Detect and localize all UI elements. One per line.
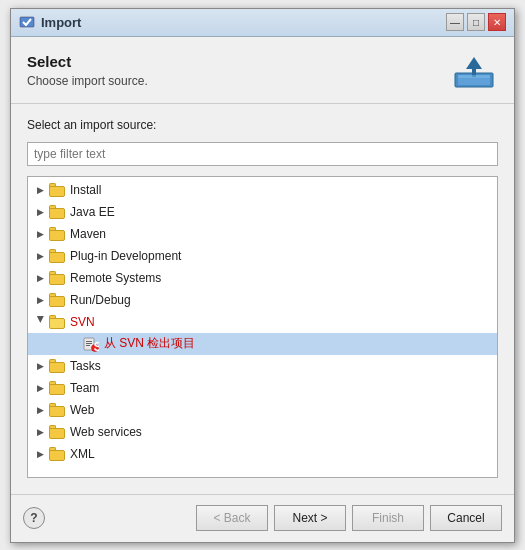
tree-item-label: Web services: [70, 425, 142, 439]
expand-arrow-icon: ▶: [34, 250, 46, 262]
tree-item-label: Java EE: [70, 205, 115, 219]
expand-arrow-icon: ▶: [34, 206, 46, 218]
tree-item-label: Plug-in Development: [70, 249, 181, 263]
svn-checkout-icon: S: [83, 336, 99, 352]
svg-rect-6: [86, 341, 92, 342]
page-title: Select: [27, 53, 148, 70]
tree-item-label: Remote Systems: [70, 271, 161, 285]
folder-open-icon: [49, 315, 65, 329]
folder-icon: [49, 271, 65, 285]
page-subtitle: Choose import source.: [27, 74, 148, 88]
expand-arrow-icon: ▶: [34, 272, 46, 284]
svg-rect-4: [458, 75, 490, 78]
tree-item[interactable]: ▶ Remote Systems: [28, 267, 497, 289]
maximize-button[interactable]: □: [467, 13, 485, 31]
tree-item-label: Maven: [70, 227, 106, 241]
tree-item-label: XML: [70, 447, 95, 461]
expand-arrow-icon: ▶: [34, 360, 46, 372]
folder-icon: [49, 183, 65, 197]
tree-item-svn[interactable]: ▶ SVN: [28, 311, 497, 333]
finish-button[interactable]: Finish: [352, 505, 424, 531]
filter-input[interactable]: [27, 142, 498, 166]
folder-icon: [49, 447, 65, 461]
folder-icon: [49, 205, 65, 219]
title-controls: — □ ✕: [446, 13, 506, 31]
folder-icon: [49, 425, 65, 439]
svg-rect-8: [86, 345, 90, 346]
expand-arrow-icon: ▶: [34, 294, 46, 306]
tree-item[interactable]: ▶ Java EE: [28, 201, 497, 223]
title-bar-left: Import: [19, 14, 81, 30]
import-graphic-icon: [453, 55, 495, 91]
svg-text:S: S: [94, 338, 100, 352]
cancel-button[interactable]: Cancel: [430, 505, 502, 531]
header-section: Select Choose import source.: [27, 53, 498, 93]
header-divider: [11, 103, 514, 104]
tree-item-svn-checkout[interactable]: ▶ S 从 SVN 检出项目: [28, 333, 497, 355]
tree-item[interactable]: ▶ Tasks: [28, 355, 497, 377]
tree-item[interactable]: ▶ Plug-in Development: [28, 245, 497, 267]
tree-container: ▶ Install ▶ Java EE: [27, 176, 498, 478]
import-dialog: Import — □ ✕ Select Choose import source…: [10, 8, 515, 543]
header-icon: [450, 53, 498, 93]
tree-item[interactable]: ▶ XML: [28, 443, 497, 465]
folder-icon: [49, 381, 65, 395]
svg-rect-7: [86, 343, 92, 344]
tree-item-label: Web: [70, 403, 94, 417]
folder-icon: [49, 293, 65, 307]
tree-item[interactable]: ▶ Install: [28, 179, 497, 201]
window-icon: [19, 14, 35, 30]
help-button[interactable]: ?: [23, 507, 45, 529]
folder-icon: [49, 403, 65, 417]
folder-icon: [49, 359, 65, 373]
tree-item-team[interactable]: ▶ Team: [28, 377, 497, 399]
close-button[interactable]: ✕: [488, 13, 506, 31]
tree-scroll[interactable]: ▶ Install ▶ Java EE: [28, 177, 497, 477]
title-bar: Import — □ ✕: [11, 9, 514, 37]
tree-item-label: Install: [70, 183, 101, 197]
tree-item-label: Run/Debug: [70, 293, 131, 307]
action-buttons: < Back Next > Finish Cancel: [196, 505, 502, 531]
svg-rect-0: [20, 17, 34, 27]
expand-arrow-icon: ▶: [34, 316, 46, 328]
bottom-bar: ? < Back Next > Finish Cancel: [11, 494, 514, 542]
minimize-button[interactable]: —: [446, 13, 464, 31]
tree-item[interactable]: ▶ Run/Debug: [28, 289, 497, 311]
tree-item-label: SVN: [70, 315, 95, 329]
expand-arrow-icon: ▶: [34, 426, 46, 438]
expand-arrow-icon: ▶: [34, 228, 46, 240]
tree-item-label: Tasks: [70, 359, 101, 373]
tree-item-label: Team: [70, 381, 99, 395]
source-label: Select an import source:: [27, 118, 498, 132]
back-button[interactable]: < Back: [196, 505, 268, 531]
tree-item[interactable]: ▶ Web: [28, 399, 497, 421]
expand-arrow-icon: ▶: [34, 404, 46, 416]
tree-item[interactable]: ▶ Web services: [28, 421, 497, 443]
expand-arrow-icon: ▶: [34, 184, 46, 196]
tree-item-label: 从 SVN 检出项目: [104, 335, 195, 352]
next-button[interactable]: Next >: [274, 505, 346, 531]
content-area: Select Choose import source. Select an i…: [11, 37, 514, 494]
tree-item[interactable]: ▶ Maven: [28, 223, 497, 245]
window-title: Import: [41, 15, 81, 30]
folder-icon: [49, 249, 65, 263]
expand-arrow-icon: ▶: [34, 448, 46, 460]
header-text: Select Choose import source.: [27, 53, 148, 88]
folder-icon: [49, 227, 65, 241]
expand-arrow-icon: ▶: [34, 382, 46, 394]
